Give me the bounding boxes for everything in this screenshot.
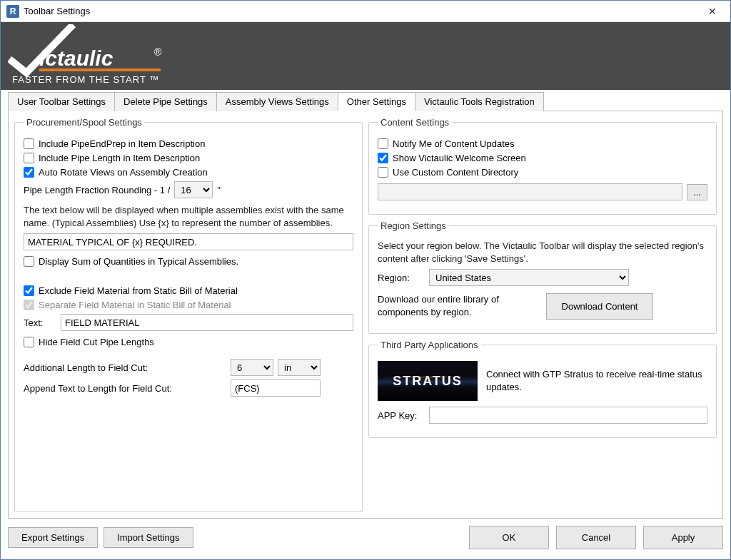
tagline-text: FASTER FROM THE START ™ [12, 74, 159, 85]
fraction-rounding-select[interactable]: 16 [174, 181, 213, 198]
notify-updates-input[interactable] [378, 138, 388, 149]
third-party-legend: Third Party Applications [378, 340, 481, 350]
app-icon: R [6, 5, 19, 18]
ok-button[interactable]: OK [469, 526, 549, 549]
typical-assembly-note: The text below will be displayed when mu… [24, 204, 353, 229]
include-pipeendprep-input[interactable] [24, 138, 34, 149]
app-key-input[interactable] [429, 407, 707, 424]
field-text-label: Text: [24, 317, 56, 328]
third-party-group: Third Party Applications STRATUS Connect… [368, 340, 717, 438]
content-area: User Toolbar Settings Delete Pipe Settin… [1, 90, 730, 519]
region-select[interactable]: United States [429, 269, 629, 286]
content-settings-legend: Content Settings [378, 117, 452, 128]
addl-length-unit-select[interactable]: in [278, 359, 321, 376]
welcome-screen-label: Show Victaulic Welcome Screen [393, 153, 526, 163]
close-icon[interactable]: ✕ [700, 4, 725, 19]
download-content-button[interactable]: Download Content [546, 293, 653, 320]
stratus-desc: Connect with GTP Stratus to receive real… [486, 368, 707, 394]
separate-field-input [24, 300, 34, 310]
auto-rotate-checkbox[interactable]: Auto Rotate Views on Assembly Creation [24, 167, 208, 178]
tab-delete-pipe[interactable]: Delete Pipe Settings [114, 92, 217, 111]
stratus-logo: STRATUS [378, 361, 478, 401]
include-pipe-length-checkbox[interactable]: Include Pipe Length in Item Description [24, 153, 200, 163]
addl-length-value-select[interactable]: 6 [231, 359, 273, 376]
tabstrip: User Toolbar Settings Delete Pipe Settin… [8, 91, 723, 111]
download-desc: Download our entire library of component… [378, 293, 542, 319]
hide-field-cut-checkbox[interactable]: Hide Field Cut Pipe Lengths [24, 337, 154, 347]
hide-field-cut-input[interactable] [24, 337, 34, 347]
notify-updates-checkbox[interactable]: Notify Me of Content Updates [378, 138, 515, 149]
procurement-group: Procurement/Spool Settings Include PipeE… [14, 117, 363, 512]
stratus-logo-text: STRATUS [393, 374, 463, 389]
include-pipe-length-label: Include Pipe Length in Item Description [39, 153, 200, 163]
apply-button[interactable]: Apply [643, 526, 723, 549]
svg-text:®: ® [154, 46, 162, 58]
tab-panel: Procurement/Spool Settings Include PipeE… [8, 111, 723, 519]
app-key-label: APP Key: [378, 410, 425, 421]
svg-text:ictaulic: ictaulic [39, 46, 114, 70]
custom-dir-label: Use Custom Content Directory [393, 167, 518, 178]
exclude-field-label: Exclude Field Material from Static Bill … [39, 285, 238, 296]
content-settings-group: Content Settings Notify Me of Content Up… [368, 117, 717, 215]
import-settings-button[interactable]: Import Settings [104, 527, 193, 548]
export-settings-button[interactable]: Export Settings [8, 527, 98, 548]
browse-button[interactable]: ... [687, 184, 707, 200]
region-label: Region: [378, 273, 425, 283]
brand-banner: ictaulic ® FASTER FROM THE START ™ [1, 22, 730, 90]
tab-other-settings[interactable]: Other Settings [338, 92, 415, 111]
left-column: Procurement/Spool Settings Include PipeE… [14, 117, 363, 512]
include-pipeendprep-checkbox[interactable]: Include PipeEndPrep in Item Description [24, 138, 205, 149]
auto-rotate-input[interactable] [24, 167, 34, 178]
custom-dir-checkbox[interactable]: Use Custom Content Directory [378, 167, 518, 178]
separate-field-checkbox: Separate Field Material in Static Bill o… [24, 300, 231, 310]
fraction-rounding-label: Pipe Length Fraction Rounding - 1 / [24, 185, 170, 195]
svg-rect-2 [39, 68, 161, 71]
auto-rotate-label: Auto Rotate Views on Assembly Creation [39, 167, 208, 178]
fraction-quote: " [217, 185, 221, 195]
tab-registration[interactable]: Victaulic Tools Registration [415, 92, 544, 111]
region-settings-group: Region Settings Select your region below… [368, 220, 717, 334]
welcome-screen-checkbox[interactable]: Show Victaulic Welcome Screen [378, 153, 526, 163]
display-sum-label: Display Sum of Quantities in Typical Ass… [39, 256, 238, 267]
separate-field-label: Separate Field Material in Static Bill o… [39, 300, 231, 310]
append-text-input[interactable] [231, 380, 321, 397]
content-dir-input [378, 183, 682, 200]
welcome-screen-input[interactable] [378, 153, 388, 163]
addl-length-label: Additional Length to Field Cut: [24, 362, 226, 373]
include-pipe-length-input[interactable] [24, 153, 34, 163]
tab-assembly-views[interactable]: Assembly Views Settings [216, 92, 338, 111]
titlebar: R Toolbar Settings ✕ [1, 1, 730, 22]
field-text-input[interactable] [61, 314, 353, 331]
tab-user-toolbar[interactable]: User Toolbar Settings [8, 92, 115, 111]
append-text-label: Append Text to Length for Field Cut: [24, 383, 226, 394]
custom-dir-input[interactable] [378, 167, 388, 178]
window-title: Toolbar Settings [24, 6, 700, 16]
cancel-button[interactable]: Cancel [556, 526, 636, 549]
dialog-window: R Toolbar Settings ✕ ictaulic ® FASTER F… [0, 0, 731, 560]
exclude-field-input[interactable] [24, 285, 34, 296]
right-column: Content Settings Notify Me of Content Up… [368, 117, 717, 512]
exclude-field-checkbox[interactable]: Exclude Field Material from Static Bill … [24, 285, 238, 296]
hide-field-cut-label: Hide Field Cut Pipe Lengths [39, 337, 154, 347]
notify-updates-label: Notify Me of Content Updates [393, 138, 515, 149]
display-sum-input[interactable] [24, 256, 34, 267]
procurement-legend: Procurement/Spool Settings [24, 117, 145, 128]
region-desc: Select your region below. The Victaulic … [378, 240, 707, 265]
typical-text-input[interactable] [24, 233, 353, 250]
region-settings-legend: Region Settings [378, 220, 449, 231]
dialog-footer: Export Settings Import Settings OK Cance… [1, 519, 730, 559]
victaulic-logo: ictaulic ® FASTER FROM THE START ™ [8, 24, 172, 86]
display-sum-checkbox[interactable]: Display Sum of Quantities in Typical Ass… [24, 256, 238, 267]
include-pipeendprep-label: Include PipeEndPrep in Item Description [39, 138, 205, 149]
